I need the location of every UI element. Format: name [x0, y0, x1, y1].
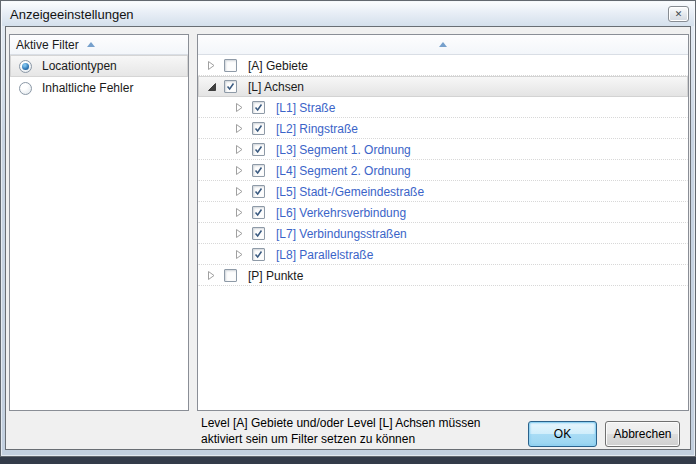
tree-row[interactable]: [L4] Segment 2. Ordnung — [198, 160, 688, 181]
tree-item-label: [L1] Straße — [276, 101, 335, 115]
sort-asc-icon — [87, 42, 95, 47]
checkbox-checked-icon[interactable] — [252, 143, 265, 156]
tree-column-header[interactable] — [198, 35, 688, 55]
display-settings-dialog: Anzeigeeinstellungen ✕ Aktive Filter Loc… — [0, 0, 696, 457]
footer-hint-line1: Level [A] Gebiete und/oder Level [L] Ach… — [201, 415, 531, 431]
expand-icon[interactable] — [207, 60, 217, 71]
checkbox-icon[interactable] — [224, 59, 237, 72]
location-type-tree-panel: [A] Gebiete[L] Achsen[L1] Straße[L2] Rin… — [197, 34, 689, 411]
tree-row[interactable]: [L8] Parallelstraße — [198, 244, 688, 265]
tree-item-label: [L5] Stadt-/Gemeindestraße — [276, 185, 424, 199]
expand-icon[interactable] — [235, 249, 245, 260]
checkbox-checked-icon[interactable] — [252, 206, 265, 219]
filter-option-label: Inhaltliche Fehler — [42, 81, 133, 95]
expand-icon[interactable] — [235, 144, 245, 155]
tree-row[interactable]: [A] Gebiete — [198, 55, 688, 76]
active-filter-panel: Aktive Filter LocationtypenInhaltliche F… — [9, 34, 189, 411]
ok-button[interactable]: OK — [528, 421, 597, 447]
tree-row[interactable]: [L6] Verkehrsverbindung — [198, 202, 688, 223]
tree-item-label: [L8] Parallelstraße — [276, 248, 373, 262]
expand-icon[interactable] — [235, 228, 245, 239]
expand-icon[interactable] — [235, 165, 245, 176]
tree-item-label: [L3] Segment 1. Ordnung — [276, 143, 411, 157]
expand-icon[interactable] — [207, 270, 217, 281]
close-button[interactable]: ✕ — [668, 6, 689, 22]
active-filter-header-label: Aktive Filter — [16, 38, 79, 52]
titlebar[interactable]: Anzeigeeinstellungen ✕ — [2, 2, 694, 26]
tree-row[interactable]: [L1] Straße — [198, 97, 688, 118]
close-icon: ✕ — [675, 10, 683, 19]
checkbox-checked-icon[interactable] — [252, 122, 265, 135]
footer-hint-text: Level [A] Gebiete und/oder Level [L] Ach… — [201, 415, 531, 447]
tree-item-list: [A] Gebiete[L] Achsen[L1] Straße[L2] Rin… — [198, 55, 688, 286]
checkbox-checked-icon[interactable] — [252, 227, 265, 240]
expand-icon[interactable] — [235, 102, 245, 113]
cancel-button[interactable]: Abbrechen — [605, 421, 680, 447]
checkbox-checked-icon[interactable] — [224, 80, 237, 93]
tree-row[interactable]: [P] Punkte — [198, 265, 688, 286]
tree-row[interactable]: [L3] Segment 1. Ordnung — [198, 139, 688, 160]
checkbox-checked-icon[interactable] — [252, 101, 265, 114]
tree-item-label: [L4] Segment 2. Ordnung — [276, 164, 411, 178]
expand-icon[interactable] — [235, 123, 245, 134]
tree-item-label: [A] Gebiete — [248, 59, 308, 73]
tree-item-label: [L2] Ringstraße — [276, 122, 358, 136]
tree-item-label: [L6] Verkehrsverbindung — [276, 206, 406, 220]
filter-option-label: Locationtypen — [42, 59, 117, 73]
expand-icon[interactable] — [235, 207, 245, 218]
tree-row[interactable]: [L] Achsen — [198, 76, 688, 97]
checkbox-checked-icon[interactable] — [252, 164, 265, 177]
tree-item-label: [P] Punkte — [248, 269, 303, 283]
tree-item-label: [L] Achsen — [248, 80, 304, 94]
radio-icon[interactable] — [19, 82, 32, 95]
active-filter-column-header[interactable]: Aktive Filter — [10, 35, 188, 55]
expand-icon[interactable] — [235, 186, 245, 197]
sort-asc-icon — [439, 42, 447, 47]
tree-row[interactable]: [L2] Ringstraße — [198, 118, 688, 139]
collapse-icon[interactable] — [207, 81, 217, 92]
tree-row[interactable]: [L7] Verbindungsstraßen — [198, 223, 688, 244]
tree-item-label: [L7] Verbindungsstraßen — [276, 227, 407, 241]
radio-selected-icon[interactable] — [19, 60, 32, 73]
tree-row[interactable]: [L5] Stadt-/Gemeindestraße — [198, 181, 688, 202]
filter-option-list: LocationtypenInhaltliche Fehler — [10, 55, 188, 99]
filter-option-row[interactable]: Locationtypen — [10, 55, 188, 77]
checkbox-checked-icon[interactable] — [252, 248, 265, 261]
footer-hint-line2: aktiviert sein um Filter setzen zu könne… — [201, 431, 531, 447]
checkbox-checked-icon[interactable] — [252, 185, 265, 198]
checkbox-icon[interactable] — [224, 269, 237, 282]
window-title: Anzeigeeinstellungen — [10, 7, 134, 22]
filter-option-row[interactable]: Inhaltliche Fehler — [10, 77, 188, 99]
dialog-client-area: Aktive Filter LocationtypenInhaltliche F… — [5, 26, 691, 450]
